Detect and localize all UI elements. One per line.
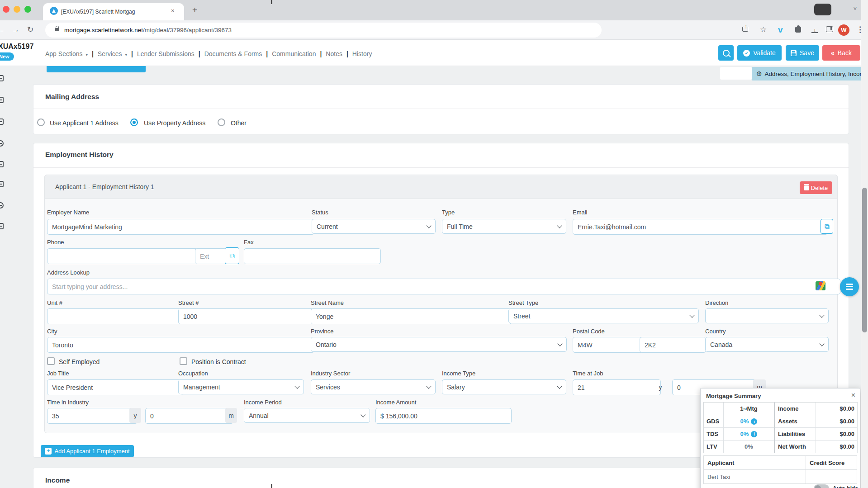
- type-select[interactable]: Full Time: [442, 219, 566, 234]
- position-contract-checkbox[interactable]: [180, 357, 187, 365]
- sidebar-icon[interactable]: [0, 118, 4, 125]
- nav-communication[interactable]: Communication: [272, 50, 316, 57]
- self-employed-checkbox[interactable]: [47, 357, 55, 365]
- time-in-industry-months-input[interactable]: [145, 408, 233, 424]
- tab-close-icon[interactable]: ×: [171, 7, 175, 14]
- country-label: Country: [705, 328, 726, 335]
- sidebar-icon[interactable]: [0, 97, 4, 103]
- chevron-down-icon: [557, 341, 562, 346]
- street-number-input[interactable]: [178, 308, 314, 324]
- side-panel-icon[interactable]: [826, 26, 833, 32]
- industry-sector-select[interactable]: Services: [311, 379, 436, 394]
- download-arrow-icon: ↓: [813, 27, 816, 33]
- radio-use-property-address[interactable]: [130, 118, 138, 126]
- save-button[interactable]: Save: [786, 45, 819, 61]
- unit-input[interactable]: [47, 308, 183, 324]
- nav-history[interactable]: History: [352, 50, 372, 57]
- scrollbar-thumb[interactable]: [862, 188, 867, 332]
- delete-button[interactable]: Delete: [800, 181, 832, 194]
- url-text[interactable]: mortgage.scarlettnetwork.net/mtg/deal/37…: [64, 27, 232, 33]
- province-label: Province: [311, 328, 334, 335]
- country-select[interactable]: Canada: [705, 337, 829, 352]
- url-path: /mtg/deal/37996/applicant/39673: [143, 27, 232, 33]
- sidebar-icon[interactable]: [0, 75, 4, 81]
- app-nav: App Sections ▾ | Services ▾ | Lender Sub…: [45, 47, 372, 61]
- time-at-job-years-input[interactable]: [573, 379, 661, 395]
- download-icon[interactable]: ↓: [811, 26, 818, 33]
- income-amount-input[interactable]: [375, 408, 512, 424]
- sidebar-icon[interactable]: [0, 161, 4, 167]
- jump-links-label: Address, Employment History, Income: [765, 71, 868, 77]
- email-input[interactable]: [573, 219, 828, 235]
- self-employed-label: Self Employed: [59, 358, 100, 365]
- employer-name-input[interactable]: [47, 219, 314, 235]
- income-type-select[interactable]: Salary: [442, 379, 566, 394]
- browser-tabstrip: [EXUAx5197] Scarlett Mortgag × + ˅: [0, 0, 868, 20]
- info-icon[interactable]: i: [751, 431, 757, 437]
- copy-icon: ⧉: [229, 252, 234, 260]
- radio-other[interactable]: [218, 118, 225, 126]
- city-input[interactable]: [47, 337, 314, 353]
- copy-email-button[interactable]: ⧉: [821, 219, 833, 234]
- nav-documents-forms[interactable]: Documents & Forms: [204, 50, 262, 57]
- map-icon[interactable]: [816, 281, 825, 290]
- copy-phone-button[interactable]: ⧉: [225, 247, 239, 264]
- postal-code-fsa-input[interactable]: [573, 337, 645, 353]
- years-addon: y: [654, 379, 667, 394]
- jump-links-badge[interactable]: ⊕ Address, Employment History, Income: [752, 67, 868, 81]
- nav-lender-submissions[interactable]: Lender Submissions: [137, 50, 194, 57]
- nav-separator: |: [346, 50, 348, 57]
- window-zoom-button[interactable]: [24, 6, 31, 13]
- hamburger-icon: [846, 284, 853, 285]
- nav-app-sections[interactable]: App Sections ▾: [45, 50, 88, 57]
- employer-name-label: Employer Name: [47, 209, 89, 216]
- years-addon: y: [129, 408, 141, 423]
- new-tab-button[interactable]: +: [192, 5, 197, 15]
- extensions-puzzle-icon[interactable]: [795, 27, 801, 33]
- time-in-industry-years-input[interactable]: [47, 408, 138, 424]
- sidebar-icon[interactable]: [0, 181, 4, 187]
- address-lookup-input[interactable]: [47, 279, 840, 294]
- tabstrip-chevron-icon[interactable]: ˅: [853, 5, 857, 12]
- sidebar-icon[interactable]: [0, 223, 4, 229]
- info-icon[interactable]: i: [751, 418, 757, 425]
- direction-select[interactable]: [705, 308, 829, 323]
- reload-icon[interactable]: ↻: [27, 25, 33, 34]
- postal-code-ldu-input[interactable]: [640, 337, 706, 353]
- add-employment-button[interactable]: + Add Applicant 1 Employment: [41, 445, 134, 457]
- profile-avatar[interactable]: W: [838, 24, 849, 36]
- sidebar-icon[interactable]: [0, 202, 4, 208]
- close-icon[interactable]: ×: [851, 391, 855, 399]
- back-button[interactable]: «Back: [822, 45, 860, 61]
- autohide-toggle[interactable]: [814, 484, 829, 488]
- phone-label: Phone: [47, 239, 64, 246]
- v-extension-icon[interactable]: v: [778, 25, 783, 35]
- phone-input[interactable]: [47, 248, 201, 264]
- floating-menu-button[interactable]: [840, 277, 859, 296]
- bookmark-star-icon[interactable]: ☆: [760, 25, 767, 34]
- province-select[interactable]: Ontario: [311, 337, 567, 352]
- window-close-button[interactable]: [3, 6, 9, 13]
- forward-nav-icon[interactable]: →: [12, 25, 19, 34]
- nav-notes[interactable]: Notes: [326, 50, 342, 57]
- validate-button[interactable]: ✓Validate: [737, 45, 782, 61]
- search-button[interactable]: [718, 45, 734, 61]
- status-select[interactable]: Current: [312, 219, 436, 234]
- applicant-row[interactable]: Bert Taxi: [704, 470, 857, 483]
- mailing-address-card: [33, 84, 849, 134]
- street-name-input[interactable]: [311, 308, 512, 324]
- sidebar-icon[interactable]: [0, 140, 4, 147]
- nav-separator: |: [131, 50, 133, 57]
- street-type-select[interactable]: Street: [508, 308, 699, 323]
- nav-services[interactable]: Services ▾: [98, 50, 127, 57]
- job-title-input[interactable]: [47, 379, 183, 395]
- fax-input[interactable]: [244, 248, 381, 264]
- radio-label: Use Property Address: [144, 119, 205, 127]
- income-period-select[interactable]: Annual: [244, 408, 370, 423]
- mortgage-summary-title: Mortgage Summary: [706, 393, 761, 399]
- radio-use-applicant1-address[interactable]: [37, 118, 45, 126]
- window-minimize-button[interactable]: [14, 6, 20, 13]
- back-nav-icon[interactable]: ←: [0, 25, 5, 34]
- autohide-label: Auto-hide: [833, 485, 858, 488]
- occupation-select[interactable]: Management: [178, 379, 304, 394]
